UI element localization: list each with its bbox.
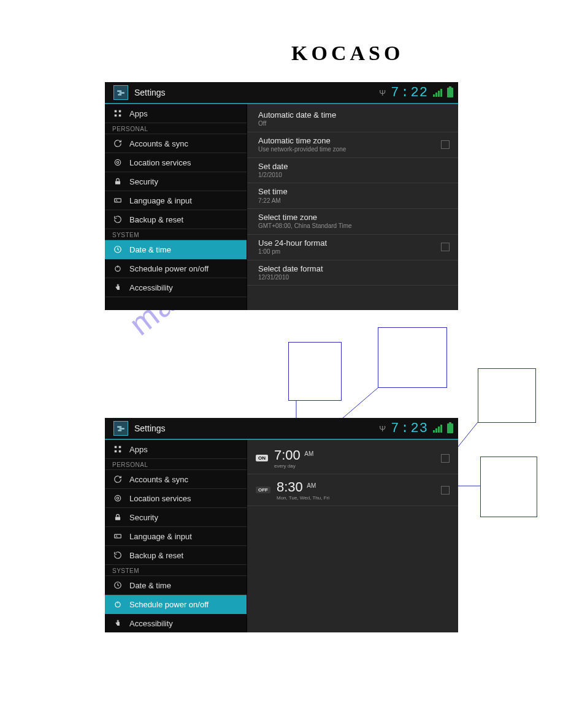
sidebar-item-apps[interactable]: Apps bbox=[105, 440, 247, 459]
sync-icon bbox=[112, 138, 123, 149]
sidebar-item-label: Accounts & sync bbox=[129, 139, 188, 148]
schedule-ampm: AM bbox=[304, 450, 313, 457]
sidebar-item-datetime[interactable]: Date & time bbox=[105, 240, 247, 259]
svg-rect-0 bbox=[118, 91, 121, 91]
sidebar-item-label: Backup & reset bbox=[129, 215, 183, 224]
screenshot-schedule-power: Settings Ψ 7:23 Apps PERSONAL Acc bbox=[105, 418, 458, 632]
lock-icon bbox=[112, 176, 123, 187]
off-badge: OFF bbox=[256, 487, 270, 493]
svg-rect-24 bbox=[119, 450, 121, 453]
keyboard-icon: A bbox=[112, 195, 123, 206]
schedule-ampm: AM bbox=[307, 482, 316, 489]
schedule-days: every day bbox=[274, 463, 313, 469]
sidebar-item-backup[interactable]: Backup & reset bbox=[105, 210, 247, 229]
sidebar-item-label: Security bbox=[129, 177, 158, 186]
row-date-format[interactable]: Select date format 12/31/2010 bbox=[247, 260, 458, 286]
row-auto-datetime[interactable]: Automatic date & time Off bbox=[247, 107, 458, 132]
checkbox[interactable] bbox=[441, 486, 450, 495]
page-title: Settings bbox=[134, 88, 379, 97]
svg-rect-6 bbox=[119, 115, 121, 117]
sidebar-item-label: Date & time bbox=[129, 245, 171, 254]
sidebar-item-accessibility[interactable]: Accessibility bbox=[105, 278, 247, 297]
row-subtitle: GMT+08:00, China Standard Time bbox=[258, 222, 450, 230]
schedule-time: 7:00 bbox=[274, 447, 301, 463]
schedule-off-row[interactable]: OFF 8:30 AM Mon, Tue, Wed, Thu, Fri bbox=[247, 474, 458, 506]
usb-icon: Ψ bbox=[379, 424, 386, 433]
usb-icon: Ψ bbox=[379, 88, 386, 97]
row-select-tz[interactable]: Select time zone GMT+08:00, China Standa… bbox=[247, 209, 458, 235]
row-title: Select time zone bbox=[258, 213, 450, 222]
row-24h[interactable]: Use 24-hour format 1:00 pm bbox=[247, 235, 458, 260]
sidebar-item-label: Backup & reset bbox=[129, 551, 183, 560]
sidebar-item-language[interactable]: A Language & input bbox=[105, 191, 247, 210]
sidebar-item-accounts[interactable]: Accounts & sync bbox=[105, 134, 247, 153]
row-title: Use 24-hour format bbox=[258, 238, 441, 248]
row-set-date[interactable]: Set date 1/2/2010 bbox=[247, 158, 458, 184]
sidebar-item-security[interactable]: Security bbox=[105, 508, 247, 527]
hand-icon bbox=[112, 618, 123, 629]
apps-icon bbox=[112, 108, 123, 119]
row-subtitle: 1/2/2010 bbox=[258, 172, 450, 180]
svg-rect-2 bbox=[118, 94, 121, 95]
sync-icon bbox=[112, 474, 123, 485]
row-subtitle: Use network-provided time zone bbox=[258, 146, 441, 154]
callout-box bbox=[288, 342, 342, 401]
callout-box bbox=[480, 457, 537, 517]
sidebar-section-system: SYSTEM bbox=[105, 565, 247, 576]
battery-icon bbox=[447, 423, 453, 433]
sidebar-item-label: Apps bbox=[129, 109, 148, 118]
sidebar-item-location[interactable]: Location services bbox=[105, 489, 247, 508]
status-bar: Settings Ψ 7:22 bbox=[105, 82, 458, 103]
signal-icon bbox=[433, 425, 442, 433]
callout-box bbox=[378, 327, 447, 388]
checkbox[interactable] bbox=[441, 140, 450, 149]
status-bar: Settings Ψ 7:23 bbox=[105, 418, 458, 439]
location-icon bbox=[112, 493, 123, 504]
svg-point-25 bbox=[117, 497, 119, 499]
sidebar-item-label: Date & time bbox=[129, 581, 171, 590]
schedule-on-row[interactable]: ON 7:00 AM every day bbox=[247, 442, 458, 474]
sidebar-item-label: Location services bbox=[129, 158, 191, 167]
svg-point-26 bbox=[115, 495, 120, 501]
sidebar-item-label: Schedule power on/off bbox=[129, 264, 209, 273]
row-auto-timezone[interactable]: Automatic time zone Use network-provided… bbox=[247, 132, 458, 158]
sidebar-item-schedule[interactable]: Schedule power on/off bbox=[105, 259, 247, 278]
keyboard-icon: A bbox=[112, 531, 123, 542]
battery-icon bbox=[447, 88, 453, 97]
sidebar-item-label: Language & input bbox=[129, 196, 192, 205]
settings-sidebar: Apps PERSONAL Accounts & sync Location s… bbox=[105, 104, 247, 310]
sidebar-item-backup[interactable]: Backup & reset bbox=[105, 546, 247, 565]
sidebar-item-label: Location services bbox=[129, 494, 191, 503]
sidebar-item-apps[interactable]: Apps bbox=[105, 104, 247, 123]
sidebar-item-accounts[interactable]: Accounts & sync bbox=[105, 470, 247, 489]
svg-rect-1 bbox=[120, 93, 124, 93]
svg-rect-20 bbox=[118, 430, 121, 431]
status-clock: 7:23 bbox=[391, 421, 428, 436]
sidebar-item-security[interactable]: Security bbox=[105, 172, 247, 191]
sidebar-item-label: Accounts & sync bbox=[129, 475, 188, 484]
sidebar-item-accessibility[interactable]: Accessibility bbox=[105, 614, 247, 632]
status-clock: 7:22 bbox=[391, 85, 428, 100]
svg-rect-19 bbox=[120, 428, 124, 429]
row-subtitle: Off bbox=[258, 120, 450, 128]
checkbox[interactable] bbox=[441, 243, 450, 251]
svg-rect-9 bbox=[115, 181, 120, 184]
sidebar-section-personal: PERSONAL bbox=[105, 123, 247, 134]
row-set-time[interactable]: Set time 7:22 AM bbox=[247, 183, 458, 209]
svg-rect-5 bbox=[115, 115, 117, 117]
screenshot-date-time: Settings Ψ 7:22 Apps PERSONAL Acc bbox=[105, 82, 458, 310]
sidebar-item-label: Apps bbox=[129, 445, 148, 454]
page-title: Settings bbox=[134, 423, 379, 433]
row-title: Automatic time zone bbox=[258, 136, 441, 146]
clock-icon bbox=[112, 244, 123, 255]
row-subtitle: 12/31/2010 bbox=[258, 274, 450, 282]
row-title: Set date bbox=[258, 162, 450, 172]
svg-text:A: A bbox=[116, 535, 118, 538]
sidebar-item-datetime[interactable]: Date & time bbox=[105, 576, 247, 595]
sidebar-item-schedule[interactable]: Schedule power on/off bbox=[105, 595, 247, 614]
checkbox[interactable] bbox=[441, 454, 450, 463]
sidebar-section-personal: PERSONAL bbox=[105, 459, 247, 470]
sidebar-item-language[interactable]: A Language & input bbox=[105, 527, 247, 546]
settings-sidebar: Apps PERSONAL Accounts & sync Location s… bbox=[105, 440, 247, 632]
sidebar-item-location[interactable]: Location services bbox=[105, 153, 247, 172]
